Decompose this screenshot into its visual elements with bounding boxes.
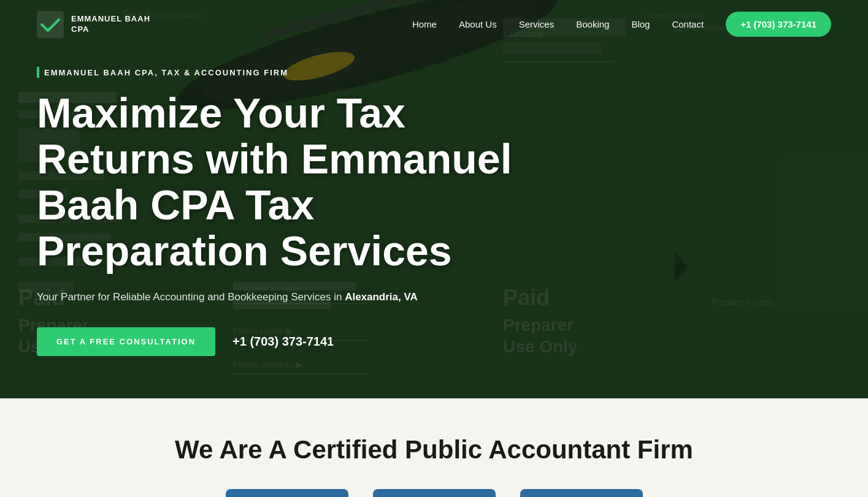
cert-card-2: q intuit quickbooks Certified [373, 489, 496, 497]
navbar: EMMANUEL BAAH CPA Home About Us Services… [0, 0, 868, 49]
nav-contact[interactable]: Contact [672, 19, 704, 29]
cert-card-1: q intuit quickbooks Certified [226, 489, 348, 497]
hero-subtitle: Your Partner for Reliable Accounting and… [37, 289, 515, 305]
certifications-section: We Are A Certified Public Accountant Fir… [0, 398, 868, 497]
hero-section: Paid Preparer Use Only Preparer's name F… [0, 0, 868, 398]
logo-text: EMMANUEL BAAH CPA [71, 14, 150, 35]
hero-content: EMMANUEL BAAH CPA, TAX & ACCOUNTING FIRM… [0, 42, 552, 355]
logo-name: EMMANUEL BAAH [71, 14, 150, 25]
nav-services[interactable]: Services [519, 19, 555, 29]
nav-home[interactable]: Home [412, 19, 437, 29]
nav-about[interactable]: About Us [459, 19, 497, 29]
nav-blog[interactable]: Blog [631, 19, 650, 29]
logo[interactable]: EMMANUEL BAAH CPA [37, 11, 150, 38]
nav-cta-phone[interactable]: +1 (703) 373-7141 [726, 12, 831, 37]
nav-links: Home About Us Services Booking Blog Cont… [412, 19, 831, 30]
cert-cards: q intuit quickbooks Certified q intuit q… [37, 489, 831, 497]
certs-title: We Are A Certified Public Accountant Fir… [37, 435, 831, 465]
hero-tag-text: EMMANUEL BAAH CPA, TAX & ACCOUNTING FIRM [44, 68, 288, 77]
cert-card-3: q intuit quickbooks Certified [520, 489, 643, 497]
consultation-button[interactable]: GET A FREE CONSULTATION [37, 327, 215, 356]
logo-icon [37, 11, 64, 38]
hero-subtitle-start: Your Partner for Reliable Accounting and… [37, 291, 345, 303]
hero-actions: GET A FREE CONSULTATION +1 (703) 373-714… [37, 327, 515, 356]
hero-subtitle-location: Alexandria, VA [345, 291, 418, 303]
hero-tag-bar [37, 67, 39, 78]
logo-sub: CPA [71, 25, 150, 35]
hero-title: Maximize Your Tax Returns with Emmanuel … [37, 90, 515, 273]
hero-phone-link[interactable]: +1 (703) 373-7141 [232, 335, 334, 349]
hero-tag: EMMANUEL BAAH CPA, TAX & ACCOUNTING FIRM [37, 67, 515, 78]
nav-booking[interactable]: Booking [576, 19, 609, 29]
